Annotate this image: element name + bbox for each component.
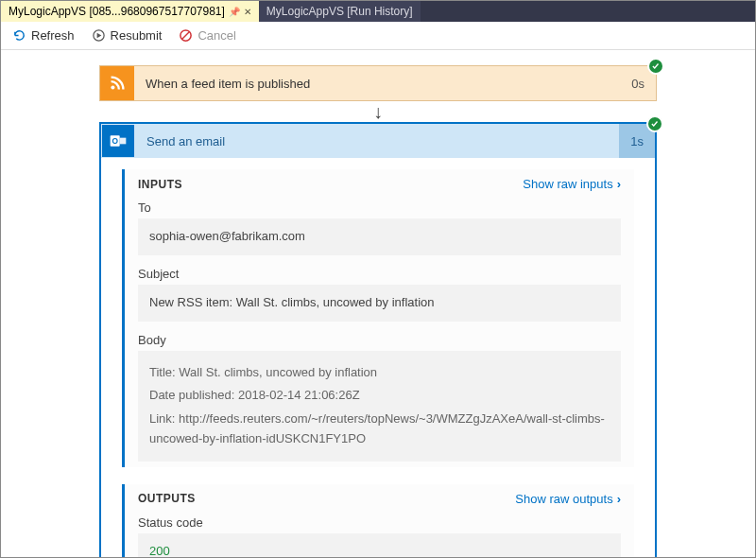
action-title: Send an email xyxy=(135,134,619,148)
success-badge-icon xyxy=(646,115,663,132)
resubmit-button[interactable]: Resubmit xyxy=(92,28,163,43)
tab-bar: MyLogicAppVS [085...96809675177079​81] 📌… xyxy=(1,1,755,22)
raw-outputs-label: Show raw outputs xyxy=(515,492,612,506)
resubmit-label: Resubmit xyxy=(111,28,163,43)
trigger-card[interactable]: When a feed item is published 0s xyxy=(99,65,657,101)
success-badge-icon xyxy=(647,58,664,75)
action-body: INPUTS Show raw inputs › To sophia-owen@… xyxy=(101,158,655,557)
outputs-heading: OUTPUTS xyxy=(138,492,196,505)
action-header[interactable]: O Send an email 1s xyxy=(101,124,655,158)
to-label: To xyxy=(138,201,621,215)
show-raw-outputs-link[interactable]: Show raw outputs › xyxy=(515,492,621,506)
content-area: When a feed item is published 0s ↓ O Sen… xyxy=(1,50,755,557)
chevron-right-icon: › xyxy=(617,177,621,191)
cancel-label: Cancel xyxy=(198,28,235,43)
refresh-button[interactable]: Refresh xyxy=(12,28,75,43)
outlook-icon: O xyxy=(102,125,134,157)
raw-inputs-label: Show raw inputs xyxy=(523,177,612,191)
body-label: Body xyxy=(138,333,621,347)
cancel-icon xyxy=(179,28,193,43)
body-line: Title: Wall St. climbs, uncowed by infla… xyxy=(149,363,610,383)
inputs-section: INPUTS Show raw inputs › To sophia-owen@… xyxy=(122,169,634,467)
tab-inactive-label: MyLogicAppVS [Run History] xyxy=(266,5,413,18)
show-raw-inputs-link[interactable]: Show raw inputs › xyxy=(523,177,621,191)
refresh-icon xyxy=(12,28,26,43)
toolbar: Refresh Resubmit Cancel xyxy=(1,22,755,50)
status-value: 200 xyxy=(138,533,621,557)
svg-line-2 xyxy=(182,32,190,40)
tab-active[interactable]: MyLogicAppVS [085...96809675177079​81] 📌… xyxy=(1,1,259,22)
to-value: sophia-owen@fabrikam.com xyxy=(138,218,621,255)
tab-active-label: MyLogicAppVS [085...96809675177079​81] xyxy=(9,5,225,18)
trigger-duration: 0s xyxy=(631,77,656,91)
trigger-title: When a feed item is published xyxy=(134,77,631,91)
svg-point-4 xyxy=(111,86,114,90)
body-value: Title: Wall St. climbs, uncowed by infla… xyxy=(138,351,621,462)
refresh-label: Refresh xyxy=(31,28,75,43)
svg-text:O: O xyxy=(112,136,118,146)
chevron-right-icon: › xyxy=(617,492,621,506)
svg-rect-7 xyxy=(120,138,127,145)
cancel-button: Cancel xyxy=(179,28,235,43)
inputs-heading: INPUTS xyxy=(138,178,182,191)
status-label: Status code xyxy=(138,515,621,530)
subject-value: New RSS item: Wall St. climbs, uncowed b… xyxy=(138,285,621,322)
outputs-section: OUTPUTS Show raw outputs › Status code 2… xyxy=(122,484,634,557)
subject-label: Subject xyxy=(138,267,621,281)
tab-inactive[interactable]: MyLogicAppVS [Run History] xyxy=(259,1,421,22)
resubmit-icon xyxy=(92,28,106,43)
body-line: Link: http://feeds.reuters.com/~r/reuter… xyxy=(149,410,610,449)
action-panel: O Send an email 1s INPUTS Show raw input… xyxy=(99,122,657,557)
arrow-down-icon: ↓ xyxy=(1,103,755,120)
rss-icon xyxy=(100,66,134,100)
pin-icon[interactable]: 📌 xyxy=(229,7,240,17)
close-icon[interactable]: ✕ xyxy=(244,7,251,17)
body-line: Date published: 2018-02-14 21:06:26Z xyxy=(149,386,610,406)
